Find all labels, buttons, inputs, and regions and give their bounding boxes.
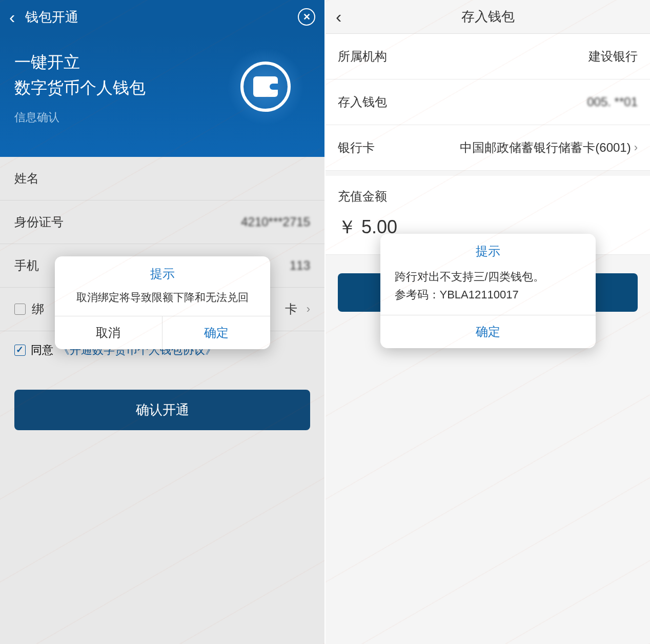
dialog-cancel-button[interactable]: 取消 [55, 316, 163, 349]
bind-checkbox[interactable] [14, 304, 26, 315]
amount-label: 充值金额 [326, 171, 650, 211]
chevron-right-icon: › [634, 141, 638, 154]
name-label: 姓名 [14, 170, 39, 187]
close-icon[interactable]: ✕ [298, 8, 315, 26]
wallet-badge [227, 48, 304, 125]
header-title: 存入钱包 [356, 8, 640, 26]
wallet-label: 存入钱包 [338, 94, 387, 110]
dialog-unbind-warning: 提示 取消绑定将导致限额下降和无法兑回 取消 确定 [55, 256, 270, 349]
back-icon[interactable]: ‹ [9, 8, 15, 26]
row-bank-card[interactable]: 银行卡 中国邮政储蓄银行储蓄卡(6001) › [326, 125, 650, 171]
confirm-open-button[interactable]: 确认开通 [14, 390, 310, 430]
id-label: 身份证号 [14, 214, 64, 230]
dialog-ok-button[interactable]: 确定 [380, 315, 596, 348]
org-label: 所属机构 [338, 48, 387, 65]
chevron-right-icon: › [307, 303, 310, 316]
card-label: 银行卡 [338, 139, 375, 156]
row-wallet[interactable]: 存入钱包 005. **01 [326, 79, 650, 125]
bind-suffix: 卡 [285, 301, 297, 317]
header-right: ‹ 存入钱包 [326, 0, 650, 34]
header-title: 钱包开通 [25, 8, 288, 26]
dialog-title: 提示 [380, 234, 596, 263]
hero-banner: 一键开立 数字货币个人钱包 信息确认 [0, 34, 324, 157]
dialog-title: 提示 [55, 256, 270, 287]
wallet-icon [240, 62, 291, 112]
header-left: ‹ 钱包开通 ✕ [0, 0, 324, 34]
agree-label: 同意 [31, 343, 53, 358]
agree-checkbox[interactable] [14, 345, 26, 356]
dialog-body: 跨行对出不支持三/四类钱包。 参考码：YBLA12110017 [380, 263, 596, 315]
dialog-body-line-2: 参考码：YBLA12110017 [395, 286, 581, 304]
org-value: 建设银行 [588, 48, 638, 65]
dialog-ok-button[interactable]: 确定 [162, 316, 270, 349]
row-org: 所属机构 建设银行 [326, 34, 650, 79]
dialog-body: 取消绑定将导致限额下降和无法兑回 [55, 287, 270, 316]
wallet-value: 005. **01 [587, 95, 638, 109]
id-value: 4210***2715 [241, 215, 310, 229]
row-id[interactable]: 身份证号 4210***2715 [0, 200, 324, 244]
phone-label: 手机 [14, 257, 39, 274]
dialog-error: 提示 跨行对出不支持三/四类钱包。 参考码：YBLA12110017 确定 [380, 234, 596, 348]
screen-wallet-open: ‹ 钱包开通 ✕ 一键开立 数字货币个人钱包 信息确认 姓名 身份证号 4210… [0, 0, 324, 644]
screen-deposit: ‹ 存入钱包 所属机构 建设银行 存入钱包 005. **01 银行卡 中国邮政… [326, 0, 650, 644]
phone-value: 113 [290, 258, 310, 273]
row-name[interactable]: 姓名 [0, 157, 324, 200]
dialog-body-line-1: 跨行对出不支持三/四类钱包。 [395, 268, 581, 286]
card-value: 中国邮政储蓄银行储蓄卡(6001) › [460, 139, 638, 156]
back-icon[interactable]: ‹ [336, 7, 356, 27]
